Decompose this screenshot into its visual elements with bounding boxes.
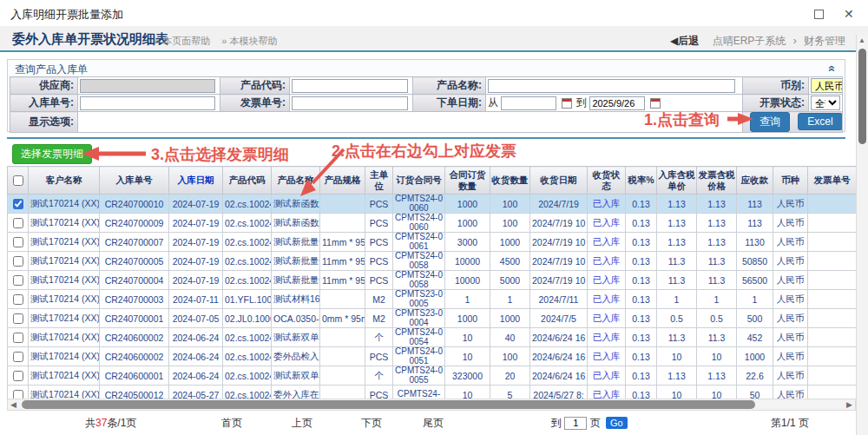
col-header-received-date[interactable]: 收货日期 <box>530 167 588 194</box>
search-button[interactable]: 查询 <box>750 112 790 132</box>
inbound-no-input[interactable] <box>80 96 215 110</box>
page-help-link[interactable]: » 本页面帮助 <box>155 36 210 46</box>
cell-received-date: 2024/6/24 16 <box>530 366 588 386</box>
row-checkbox[interactable] <box>13 333 23 343</box>
go-button[interactable]: Go <box>606 417 628 429</box>
row-checkbox[interactable] <box>13 352 23 362</box>
cell-unit-price: 11.3 <box>657 328 697 347</box>
cell-received-qty: 100 <box>490 194 530 214</box>
date-to-label: 到 <box>576 96 587 109</box>
col-header-contract-qty[interactable]: 合同订货数量 <box>445 167 490 194</box>
col-header-currency[interactable]: 币种 <box>773 167 808 194</box>
cell-receivable: 113 <box>737 214 773 233</box>
product-name-input[interactable] <box>488 79 735 93</box>
breadcrumb-module[interactable]: 财务管理 <box>804 35 845 47</box>
first-page-link[interactable]: 首页 <box>221 416 242 431</box>
cell-product-name: 测试新双单位 <box>272 328 320 347</box>
cell-product-code: 02.cs.100245 <box>223 386 272 399</box>
invoice-status-select[interactable]: 全部 <box>811 96 840 110</box>
currency-select[interactable]: 人民币 <box>811 78 843 93</box>
select-all-checkbox[interactable] <box>13 175 23 186</box>
goto-label: 到 <box>551 417 562 429</box>
row-checkbox[interactable] <box>13 256 23 267</box>
date-from-input[interactable] <box>501 96 556 110</box>
cell-unit-price: 1.13 <box>657 194 697 214</box>
row-checkbox[interactable] <box>13 371 23 381</box>
col-header-product-spec[interactable]: 产品规格 <box>320 167 365 194</box>
invoice-no-input[interactable] <box>292 96 408 110</box>
cell-product-spec <box>320 347 365 366</box>
cell-received-date: 2024/7/19 <box>530 194 588 214</box>
scroll-left-icon[interactable]: ◀ <box>10 400 16 409</box>
cell-received-date: 2024/7/19 10 <box>530 271 588 290</box>
col-header-inbound-no[interactable]: 入库单号 <box>100 167 169 194</box>
page-number-input[interactable] <box>564 417 587 430</box>
col-header-unit[interactable]: 主单位 <box>365 167 393 194</box>
cell-invoice-no <box>808 347 857 366</box>
row-checkbox[interactable] <box>13 275 23 286</box>
col-header-product-name[interactable]: 产品名称 <box>272 167 320 194</box>
col-header-invoice-no[interactable]: 发票单号 <box>808 167 857 194</box>
calendar-icon[interactable] <box>650 98 661 109</box>
excel-button[interactable]: Excel <box>798 113 842 130</box>
table-row: 测试170214 (XX) CR240700004 2024-07-19 02.… <box>8 271 857 290</box>
scroll-right-icon[interactable]: ▶ <box>846 400 852 409</box>
next-page-link[interactable]: 下页 <box>361 416 382 431</box>
cell-customer: 测试170214 (XX) <box>29 214 100 233</box>
cell-received-qty: 1 <box>490 290 530 309</box>
module-help-link[interactable]: » 本模块帮助 <box>221 36 277 46</box>
cell-inbound-no: CR240500012 <box>100 386 169 399</box>
collapse-icon[interactable]: « <box>825 65 839 72</box>
cell-received-qty: 5000 <box>490 271 530 290</box>
row-checkbox[interactable] <box>13 199 23 209</box>
product-code-input[interactable] <box>292 79 408 93</box>
col-header-customer[interactable]: 客户名称 <box>29 167 100 194</box>
col-header-inbound-date[interactable]: 入库日期 <box>169 167 223 194</box>
col-header-product-code[interactable]: 产品代码 <box>223 167 272 194</box>
cell-invoice-price: 11.3 <box>697 252 737 271</box>
col-header-tax-rate[interactable]: 税率% <box>626 167 657 194</box>
scroll-up-icon[interactable]: ▲ <box>858 36 865 44</box>
row-checkbox[interactable] <box>13 294 23 305</box>
cell-unit-price: 1 <box>657 290 697 309</box>
cell-product-name: 测试新函数成 <box>272 194 320 214</box>
cell-contract-qty: 10 <box>445 347 490 366</box>
cell-received-status: 已入库 <box>588 386 626 399</box>
row-checkbox[interactable] <box>13 313 23 324</box>
calendar-icon[interactable] <box>562 98 572 109</box>
table-row: 测试170214 (XX) CR240600002 2024-06-24 02.… <box>8 347 857 366</box>
cell-invoice-price: 11.3 <box>697 271 737 290</box>
row-checkbox[interactable] <box>13 390 23 399</box>
cell-inbound-no: CR240700007 <box>100 233 169 252</box>
cell-inbound-date: 2024-07-19 <box>169 194 223 214</box>
cell-tax-rate: 0.13 <box>626 366 657 386</box>
cell-receivable: 56500 <box>737 271 773 290</box>
annotation-step2: 2.点击在右边勾上对应发票 <box>332 141 516 161</box>
supplier-input[interactable] <box>80 79 215 93</box>
row-checkbox[interactable] <box>13 218 23 228</box>
cell-currency: 人民币 <box>773 194 808 214</box>
prev-page-link[interactable]: 上页 <box>292 416 312 431</box>
cell-unit-price: 1.13 <box>657 214 697 233</box>
close-icon[interactable]: ✕ <box>844 7 854 21</box>
col-header-receivable[interactable]: 应收款 <box>737 167 773 194</box>
col-header-unit-price[interactable]: 入库含税单价 <box>657 167 697 194</box>
currency-label: 币别: <box>743 77 809 95</box>
select-invoice-detail-button[interactable]: 选择发票明细 <box>12 144 92 164</box>
vertical-scrollbar-thumb[interactable] <box>858 49 866 144</box>
col-header-received-qty[interactable]: 收货数量 <box>490 167 530 194</box>
last-page-link[interactable]: 尾页 <box>423 416 444 431</box>
cell-product-spec <box>320 194 365 214</box>
maximize-icon[interactable] <box>814 10 824 19</box>
cell-inbound-no: CR240700009 <box>100 214 169 233</box>
horizontal-scrollbar-thumb[interactable] <box>22 400 755 409</box>
date-to-input[interactable] <box>589 96 645 110</box>
back-button[interactable]: ◀后退 <box>670 35 699 47</box>
cell-product-spec: 11mm * 95m <box>320 233 365 252</box>
col-header-received-status[interactable]: 收货状态 <box>588 167 626 194</box>
row-checkbox[interactable] <box>13 237 23 247</box>
col-header-invoice-price[interactable]: 发票含税价格 <box>697 167 737 194</box>
col-header-contract-no[interactable]: 订货合同号 <box>393 167 445 194</box>
breadcrumb-system[interactable]: 点晴ERP子系统 <box>713 35 786 47</box>
current-page-indicator: 第1/1 页 <box>771 416 809 431</box>
